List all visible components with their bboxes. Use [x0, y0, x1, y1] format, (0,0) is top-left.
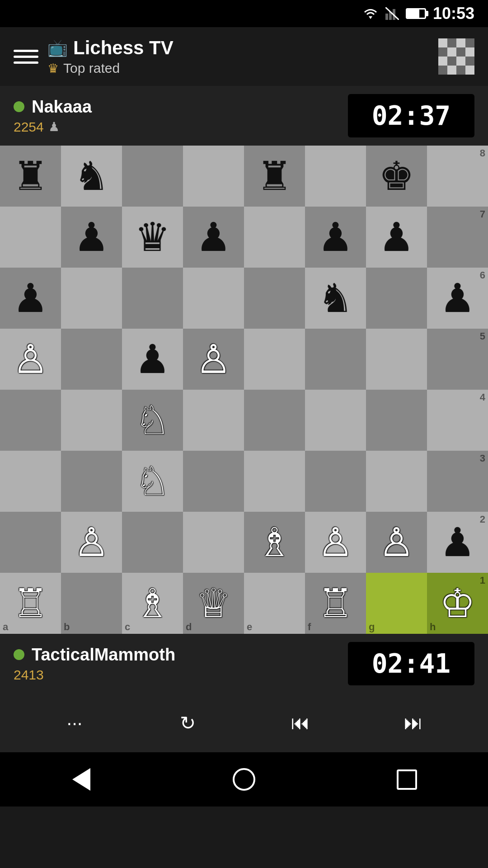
rank-label-2: 2: [480, 514, 485, 525]
board-cell-f8[interactable]: [305, 146, 366, 207]
board-cell-g5[interactable]: [366, 329, 427, 390]
board-cell-c7[interactable]: ♛: [122, 207, 183, 268]
board-cell-a3[interactable]: [0, 451, 61, 512]
file-label-c: c: [125, 621, 130, 633]
board-cell-h6[interactable]: 6♟: [427, 268, 488, 329]
board-cell-f3[interactable]: [305, 451, 366, 512]
nav-back-icon: [72, 768, 90, 791]
board-cell-d8[interactable]: [183, 146, 244, 207]
board-cell-d6[interactable]: [183, 268, 244, 329]
top-player-online-indicator: [14, 101, 24, 112]
board-cell-h5[interactable]: 5: [427, 329, 488, 390]
top-player-timer: 02:37: [348, 94, 474, 137]
file-label-g: g: [369, 621, 375, 633]
menu-button[interactable]: [14, 50, 38, 64]
board-cell-c6[interactable]: [122, 268, 183, 329]
chess-cell: [465, 38, 474, 47]
top-player-name: Nakaaa: [32, 97, 92, 117]
nav-recent-button[interactable]: [391, 764, 422, 795]
board-cell-e6[interactable]: [244, 268, 305, 329]
board-cell-d1[interactable]: d♕: [183, 573, 244, 634]
board-cell-d5[interactable]: ♙: [183, 329, 244, 390]
board-cell-f6[interactable]: ♞: [305, 268, 366, 329]
rotate-button[interactable]: ↻: [169, 705, 206, 741]
board-cell-a2[interactable]: [0, 512, 61, 573]
rotate-icon: ↻: [180, 712, 196, 734]
board-cell-e3[interactable]: [244, 451, 305, 512]
board-cell-b8[interactable]: ♞: [61, 146, 122, 207]
board-cell-d7[interactable]: ♟: [183, 207, 244, 268]
board-cell-e1[interactable]: e: [244, 573, 305, 634]
board-cell-h4[interactable]: 4: [427, 390, 488, 451]
nav-home-button[interactable]: [228, 764, 260, 795]
nav-home-icon: [233, 768, 255, 791]
chess-board-container: ♜♞♜♚8♟♛♟♟♟7♟♞6♟♙♟♙5♘4♘3♙♗♙♙2♟a♖bc♗d♕ef♖g…: [0, 146, 488, 634]
board-cell-c3[interactable]: ♘: [122, 451, 183, 512]
board-cell-b7[interactable]: ♟: [61, 207, 122, 268]
chess-piece-b7: ♟: [74, 217, 109, 257]
chess-piece-g8: ♚: [379, 156, 414, 196]
board-cell-b5[interactable]: [61, 329, 122, 390]
wifi-icon: [362, 7, 379, 20]
rewind-icon: ⏮: [291, 712, 310, 734]
chess-piece-a6: ♟: [13, 278, 48, 318]
chess-cell: [438, 66, 447, 75]
board-cell-d4[interactable]: [183, 390, 244, 451]
file-label-a: a: [3, 621, 8, 633]
bottom-player-name-row: TacticalMammoth: [14, 645, 175, 665]
board-cell-h2[interactable]: 2♟: [427, 512, 488, 573]
bottom-player-name: TacticalMammoth: [32, 645, 175, 665]
board-cell-b3[interactable]: [61, 451, 122, 512]
board-cell-f5[interactable]: [305, 329, 366, 390]
rank-label-5: 5: [480, 330, 485, 342]
board-cell-a7[interactable]: [0, 207, 61, 268]
board-cell-c5[interactable]: ♟: [122, 329, 183, 390]
board-cell-h8[interactable]: 8: [427, 146, 488, 207]
board-cell-a5[interactable]: ♙: [0, 329, 61, 390]
board-cell-c1[interactable]: c♗: [122, 573, 183, 634]
board-cell-e5[interactable]: [244, 329, 305, 390]
board-cell-a4[interactable]: [0, 390, 61, 451]
board-cell-h1[interactable]: 1h♔: [427, 573, 488, 634]
chess-piece-c4: ♘: [135, 401, 170, 440]
svg-marker-0: [369, 16, 372, 19]
board-cell-c4[interactable]: ♘: [122, 390, 183, 451]
board-cell-e8[interactable]: ♜: [244, 146, 305, 207]
chess-cell: [456, 57, 465, 66]
board-cell-g7[interactable]: ♟: [366, 207, 427, 268]
board-cell-f2[interactable]: ♙: [305, 512, 366, 573]
board-cell-c8[interactable]: [122, 146, 183, 207]
board-cell-g2[interactable]: ♙: [366, 512, 427, 573]
board-cell-g3[interactable]: [366, 451, 427, 512]
board-cell-f7[interactable]: ♟: [305, 207, 366, 268]
chess-board[interactable]: ♜♞♜♚8♟♛♟♟♟7♟♞6♟♙♟♙5♘4♘3♙♗♙♙2♟a♖bc♗d♕ef♖g…: [0, 146, 488, 634]
more-button[interactable]: ···: [56, 705, 93, 741]
board-cell-b2[interactable]: ♙: [61, 512, 122, 573]
back-button[interactable]: ⏮: [282, 705, 319, 741]
forward-button[interactable]: ⏭: [395, 705, 432, 741]
board-cell-e4[interactable]: [244, 390, 305, 451]
board-cell-g1[interactable]: g: [366, 573, 427, 634]
board-cell-g6[interactable]: [366, 268, 427, 329]
board-cell-h3[interactable]: 3: [427, 451, 488, 512]
board-cell-b4[interactable]: [61, 390, 122, 451]
board-cell-f4[interactable]: [305, 390, 366, 451]
board-cell-a1[interactable]: a♖: [0, 573, 61, 634]
nav-back-button[interactable]: [66, 764, 97, 795]
board-cell-g8[interactable]: ♚: [366, 146, 427, 207]
chess-pattern-icon[interactable]: [438, 38, 474, 75]
chess-piece-e2: ♗: [257, 523, 292, 562]
board-cell-e2[interactable]: ♗: [244, 512, 305, 573]
board-cell-c2[interactable]: [122, 512, 183, 573]
board-cell-e7[interactable]: [244, 207, 305, 268]
board-cell-g4[interactable]: [366, 390, 427, 451]
board-cell-d2[interactable]: [183, 512, 244, 573]
board-cell-a8[interactable]: ♜: [0, 146, 61, 207]
board-cell-a6[interactable]: ♟: [0, 268, 61, 329]
board-cell-h7[interactable]: 7: [427, 207, 488, 268]
board-cell-b1[interactable]: b: [61, 573, 122, 634]
board-cell-b6[interactable]: [61, 268, 122, 329]
board-cell-f1[interactable]: f♖: [305, 573, 366, 634]
chess-piece-g7: ♟: [379, 217, 414, 257]
board-cell-d3[interactable]: [183, 451, 244, 512]
